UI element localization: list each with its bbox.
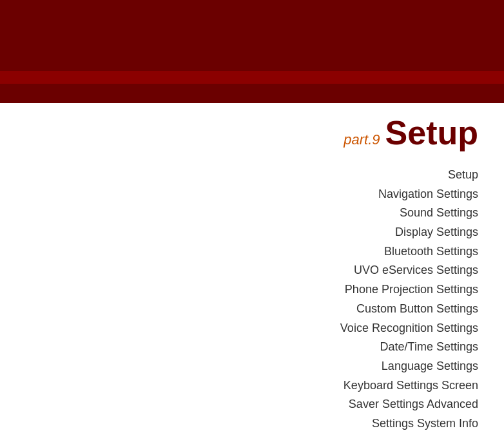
list-item[interactable]: Setup [340,166,478,185]
header-bar [0,71,504,84]
title-section: part.9 Setup [344,116,478,149]
list-item[interactable]: Phone Projection Settings [340,280,478,300]
list-item[interactable]: Keyboard Settings Screen [340,376,478,396]
list-item[interactable]: Sound Settings [340,204,478,223]
list-item[interactable]: Language Settings [340,357,478,376]
list-item[interactable]: Custom Button Settings [340,300,478,319]
part-label: part.9 [344,131,380,148]
list-item[interactable]: Date/Time Settings [340,338,478,357]
list-item[interactable]: Bluetooth Settings [340,242,478,262]
list-item[interactable]: Saver Settings Advanced [340,395,478,414]
list-item[interactable]: Navigation Settings [340,185,478,204]
list-item[interactable]: Display Settings [340,223,478,242]
list-item[interactable]: Settings System Info [340,414,478,433]
setup-main-label: Setup [385,116,478,149]
menu-list: Setup Navigation Settings Sound Settings… [340,166,478,433]
list-item[interactable]: UVO eServices Settings [340,261,478,280]
header-banner [0,0,504,103]
list-item[interactable]: Voice Recognition Settings [340,319,478,338]
content-area: part.9 Setup Setup Navigation Settings S… [0,103,504,433]
